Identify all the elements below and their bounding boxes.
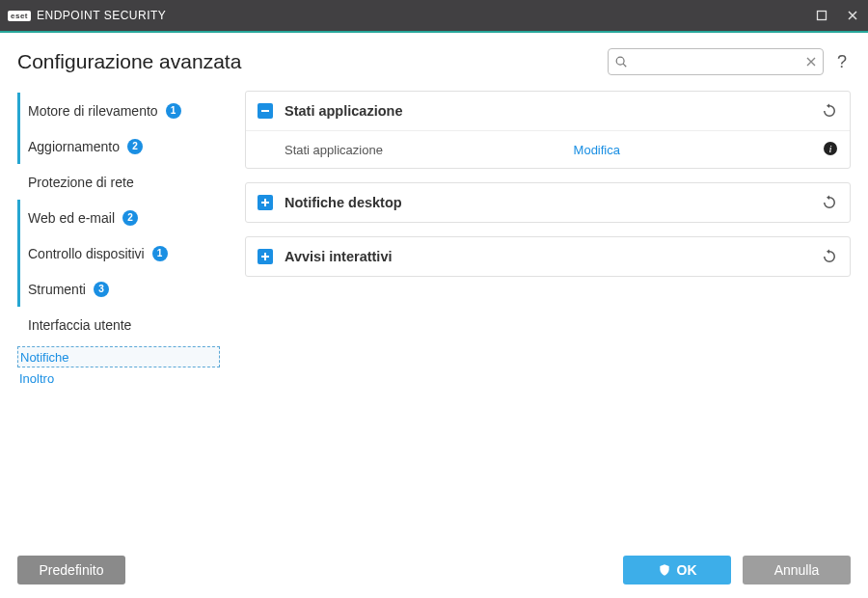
revert-icon[interactable] bbox=[821, 102, 838, 120]
main-content: Stati applicazione Stati applicazione Mo… bbox=[220, 87, 851, 542]
panel-title: Stati applicazione bbox=[285, 103, 402, 119]
sidebar-item-network-protection[interactable]: Protezione di rete bbox=[17, 164, 220, 200]
panel-application-states: Stati applicazione Stati applicazione Mo… bbox=[245, 91, 851, 169]
titlebar: eset ENDPOINT SECURITY bbox=[0, 0, 868, 31]
collapse-icon[interactable] bbox=[258, 103, 273, 119]
svg-rect-2 bbox=[261, 110, 269, 112]
sidebar-item-detection-engine[interactable]: Motore di rilevamento 1 bbox=[17, 93, 220, 128]
panel-header[interactable]: Avvisi interattivi bbox=[246, 237, 850, 276]
sidebar-item-label: Protezione di rete bbox=[28, 175, 134, 190]
topbar: Configurazione avanzata ? bbox=[0, 33, 868, 87]
sidebar-badge: 1 bbox=[166, 103, 181, 119]
sidebar-subitem-label: Notifiche bbox=[20, 350, 69, 365]
sidebar-item-update[interactable]: Aggiornamento 2 bbox=[17, 128, 220, 164]
button-label: Annulla bbox=[774, 562, 820, 578]
sidebar-badge: 2 bbox=[122, 210, 138, 226]
button-label: Predefinito bbox=[40, 562, 104, 578]
panel-title: Notifiche desktop bbox=[285, 195, 402, 210]
panel-header[interactable]: Stati applicazione bbox=[246, 92, 850, 130]
search-input[interactable] bbox=[634, 55, 800, 69]
sidebar-badge: 2 bbox=[127, 139, 143, 154]
sidebar-subitem-notifications[interactable]: Notifiche bbox=[17, 346, 220, 367]
panel-title: Avvisi interattivi bbox=[285, 249, 392, 264]
brand-logo-text: eset bbox=[8, 11, 31, 21]
clear-search-icon[interactable] bbox=[805, 56, 817, 68]
panel-interactive-alerts: Avvisi interattivi bbox=[245, 236, 851, 277]
row-label: Stati applicazione bbox=[285, 143, 383, 157]
footer: Predefinito OK Annulla bbox=[0, 542, 868, 598]
sidebar-item-tools[interactable]: Strumenti 3 bbox=[17, 271, 220, 307]
help-button[interactable]: ? bbox=[833, 52, 851, 72]
search-box[interactable] bbox=[608, 48, 824, 75]
cancel-button[interactable]: Annulla bbox=[743, 556, 851, 584]
sidebar-item-label: Web ed e-mail bbox=[28, 210, 115, 226]
sidebar-item-label: Motore di rilevamento bbox=[28, 103, 158, 119]
expand-icon[interactable] bbox=[258, 195, 273, 210]
sidebar-badge: 1 bbox=[152, 246, 168, 261]
panel-header[interactable]: Notifiche desktop bbox=[246, 183, 850, 222]
button-label: OK bbox=[677, 562, 697, 578]
default-button[interactable]: Predefinito bbox=[17, 556, 125, 584]
revert-icon[interactable] bbox=[821, 194, 838, 211]
product-name: ENDPOINT SECURITY bbox=[37, 9, 166, 22]
sidebar-item-label: Interfaccia utente bbox=[28, 317, 131, 333]
brand: eset ENDPOINT SECURITY bbox=[8, 9, 166, 22]
page-title: Configurazione avanzata bbox=[17, 50, 241, 73]
info-icon[interactable]: i bbox=[823, 141, 838, 159]
panel-desktop-notifications: Notifiche desktop bbox=[245, 182, 851, 223]
svg-rect-6 bbox=[264, 199, 266, 206]
edit-link[interactable]: Modifica bbox=[574, 143, 823, 157]
svg-rect-0 bbox=[818, 12, 827, 20]
sidebar-subitem-label: Inoltro bbox=[19, 371, 54, 386]
sidebar-item-device-control[interactable]: Controllo dispositivi 1 bbox=[17, 235, 220, 271]
sidebar-badge: 3 bbox=[94, 282, 109, 297]
expand-icon[interactable] bbox=[258, 249, 273, 264]
window-close-button[interactable] bbox=[845, 8, 860, 23]
sidebar-item-user-interface[interactable]: Interfaccia utente bbox=[17, 307, 220, 342]
svg-point-1 bbox=[616, 57, 624, 65]
sidebar: Motore di rilevamento 1 Aggiornamento 2 … bbox=[17, 87, 220, 542]
brand-logo: eset bbox=[8, 11, 31, 21]
sidebar-item-label: Strumenti bbox=[28, 282, 86, 297]
svg-rect-8 bbox=[264, 253, 266, 260]
sidebar-subitem-forwarding[interactable]: Inoltro bbox=[17, 367, 220, 389]
svg-text:i: i bbox=[828, 143, 831, 154]
sidebar-item-label: Aggiornamento bbox=[28, 139, 120, 154]
ok-button[interactable]: OK bbox=[623, 556, 731, 584]
search-icon bbox=[614, 55, 628, 68]
sidebar-item-web-email[interactable]: Web ed e-mail 2 bbox=[17, 200, 220, 235]
window-maximize-button[interactable] bbox=[814, 8, 829, 23]
panel-row-application-states: Stati applicazione Modifica i bbox=[246, 131, 850, 168]
shield-icon bbox=[658, 563, 671, 577]
revert-icon[interactable] bbox=[821, 248, 838, 265]
sidebar-item-label: Controllo dispositivi bbox=[28, 246, 145, 261]
